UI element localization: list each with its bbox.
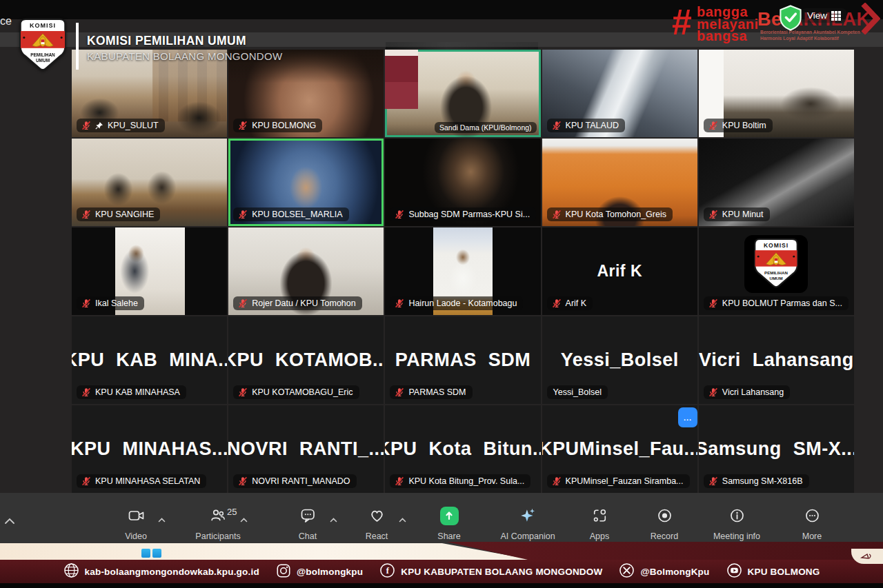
participant-tile[interactable]: KPU MINAHAS...KPU MINAHASA SELATAN [72, 405, 227, 493]
participant-name-label: KPU TALAUD [547, 119, 625, 132]
participant-name-label: Subbag SDM Parmas-KPU Si... [390, 207, 536, 221]
participant-tile[interactable]: KPU_SULUT [72, 50, 227, 137]
participant-tile[interactable]: KPU Minut [699, 139, 854, 226]
participant-name-text: KPU MINAHASA SELATAN [95, 476, 200, 486]
social-link-globe: kab-bolaangmongondowkab.kpu.go.id [63, 562, 259, 580]
kpu-logo [17, 18, 69, 73]
participant-name-label: KPU KOTAMOBAGU_Eric [233, 385, 359, 399]
participant-tile[interactable]: Sandi Dama (KPU/Bolmong) [385, 50, 540, 137]
facebook-icon: f [379, 562, 395, 580]
header-divider [76, 23, 79, 70]
youtube-icon [726, 562, 742, 580]
org-title: KOMISI PEMILIHAN UMUM [87, 34, 282, 48]
participant-tile[interactable]: KPU Boltim [699, 50, 854, 137]
participant-name-label: KPU BOLMONG [233, 119, 322, 132]
participant-name-text: KPU SANGIHE [95, 210, 154, 219]
banner-corner-curl [851, 549, 883, 564]
mic-muted-icon [81, 387, 91, 397]
participant-tile[interactable]: KPU Kota Tomohon_Greis [542, 139, 697, 226]
banner-base [0, 583, 883, 588]
chat-notification-bubble[interactable]: ... [678, 407, 697, 427]
social-link-youtube: KPU BOLMONG [726, 562, 820, 580]
participant-tile[interactable]: Yessi_BolselYessi_Bolsel [542, 316, 697, 404]
participant-name-label: Ikal Salehe [77, 296, 144, 310]
participant-tile[interactable]: Ikal Salehe [72, 227, 227, 315]
participant-tile[interactable]: Vicri LahansangVicri Lahansang [699, 316, 854, 404]
social-link-text: @BolmongKpu [640, 567, 709, 577]
meeting-info-label: Meeting info [699, 531, 775, 541]
social-link-text: KPU KABUPATEN BOLAANG MONGONDOW [401, 567, 602, 577]
meeting-stage: ce KOMISI PEMILIHAN UMUM KABUPATEN BOLAA… [0, 0, 883, 493]
participant-tile[interactable]: Rojer Datu / KPU Tomohon [228, 227, 384, 315]
org-subtitle: KABUPATEN BOLAANG MONGONDOW [87, 50, 282, 62]
participant-tile[interactable]: PARMAS SDMPARMAS SDM [385, 316, 540, 404]
chat-label: Chat [270, 531, 346, 541]
participant-name-label: NOVRI RANTI_MANADO [233, 474, 356, 488]
participant-tile[interactable]: KPU Kota Bitun...KPU Kota Bitung_Prov. S… [385, 405, 540, 493]
pin-icon [95, 121, 103, 130]
view-button[interactable]: View [802, 8, 846, 23]
participant-tile[interactable]: KPU KOTAMOB...KPU KOTAMOBAGU_Eric [228, 316, 384, 404]
svg-text:f: f [386, 566, 390, 576]
participant-tile[interactable]: NOVRI RANTI_...NOVRI RANTI_MANADO [228, 405, 384, 493]
participant-name-label: KPU BOLSEL_MARLIA [233, 207, 348, 221]
hashtag-lines: banggamelayanibangsa [697, 6, 759, 43]
mic-muted-icon [395, 210, 404, 219]
mic-muted-icon [552, 298, 562, 308]
mic-muted-icon [81, 210, 91, 219]
participant-name-label: KPU Boltim [704, 119, 773, 132]
participant-name-text: KPU Boltim [722, 121, 766, 130]
hashtag-icon: # [672, 4, 692, 40]
record-icon [626, 505, 702, 526]
participant-name-text: Yessi_Bolsel [553, 387, 602, 397]
chat-menu-chevron[interactable] [330, 513, 337, 525]
mic-muted-icon [81, 121, 91, 130]
mic-muted-icon [552, 476, 562, 486]
banner-cream-ribbon [0, 543, 533, 560]
participant-tile[interactable]: KPU KAB MINA...KPU KAB MINAHASA [72, 316, 227, 404]
kpu-logo-avatar [744, 235, 808, 293]
gallery-grid-icon [831, 11, 841, 21]
campaign-banner: # banggamelayanibangsa BerAKHLAK Berorie… [662, 0, 883, 48]
participant-tile[interactable]: KPU BOLMUT Parmas dan S... [699, 227, 854, 315]
participant-tile[interactable]: KPU BOLMONG [228, 50, 384, 137]
participant-name-label: Rojer Datu / KPU Tomohon [233, 296, 362, 310]
participant-name-text: Arif K [566, 298, 587, 308]
participant-name-text: Sandi Dama (KPU/Bolmong) [439, 123, 532, 132]
mic-muted-icon [395, 387, 404, 397]
participant-tile[interactable]: KPU BOLSEL_MARLIA [228, 139, 384, 226]
participant-tile[interactable]: KPUMinsel_Fau...KPUMinsel_Fauzan Siramba… [542, 405, 697, 493]
participant-name-label: Yessi_Bolsel [547, 385, 608, 399]
participant-name-text: KPU TALAUD [566, 121, 619, 130]
participant-name-text: KPU BOLMONG [252, 121, 316, 130]
encryption-shield-icon[interactable] [778, 5, 803, 31]
video-label: Video [98, 531, 174, 541]
participants-menu-chevron[interactable] [240, 513, 248, 525]
participant-name-text: KPU Kota Bitung_Prov. Sula... [408, 476, 524, 486]
participant-tile[interactable]: Hairun Laode - Kotamobagu [385, 227, 540, 315]
participant-name-label: KPU KAB MINAHASA [77, 385, 186, 399]
participant-tile[interactable]: Arif KArif K [542, 227, 697, 315]
participant-tile[interactable]: Samsung SM-X...Samsung SM-X816B [699, 405, 854, 493]
x-icon [619, 562, 635, 580]
more-icon [774, 505, 850, 526]
globe-icon [63, 562, 79, 580]
hide-toolbar-chevron[interactable] [4, 518, 15, 525]
participants-count: 25 [227, 507, 237, 517]
berakhlak-subtitle: Berorientasi Pelayanan Akuntabel Kompete… [760, 30, 860, 41]
more-label: More [774, 531, 850, 541]
social-link-instagram: @bolmongkpu [276, 563, 363, 580]
participant-tile[interactable]: KPU SANGIHE [72, 139, 227, 226]
participant-tile[interactable]: KPU TALAUD [542, 50, 697, 137]
participant-tile[interactable]: Subbag SDM Parmas-KPU Si... [385, 139, 540, 226]
participant-name-text: KPU KOTAMOBAGU_Eric [252, 387, 353, 397]
ai-companion-icon [490, 505, 566, 526]
mic-muted-icon [238, 387, 248, 397]
participant-name-label: Vicri Lahansang [704, 385, 790, 399]
participant-name-label: KPUMinsel_Fauzan Siramba... [547, 474, 690, 488]
mic-muted-icon [708, 210, 718, 219]
social-link-text: kab-bolaangmongondowkab.kpu.go.id [85, 567, 259, 577]
video-menu-chevron[interactable] [158, 513, 166, 525]
participant-name-label: KPU BOLMUT Parmas dan S... [704, 296, 849, 310]
react-menu-chevron[interactable] [399, 513, 406, 525]
